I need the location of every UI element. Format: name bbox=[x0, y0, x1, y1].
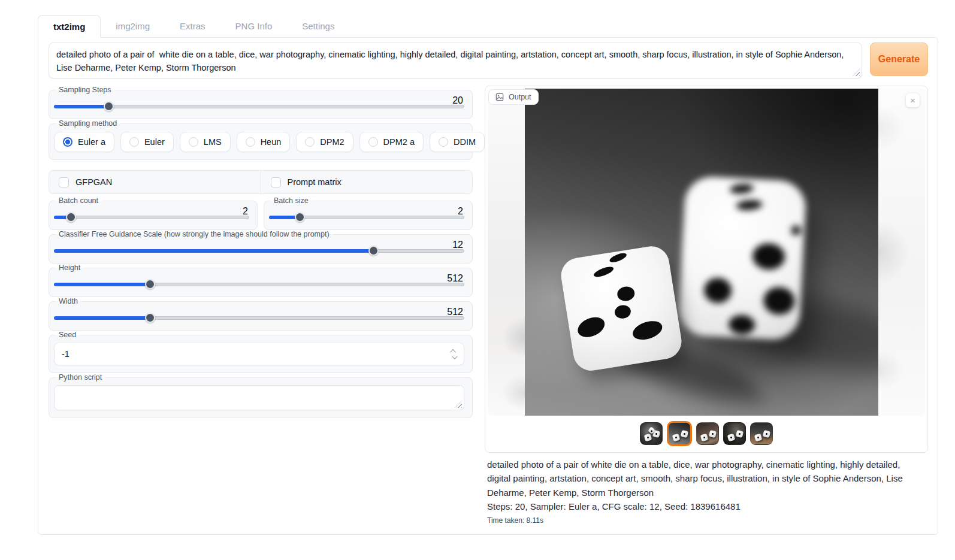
tab-png-info[interactable]: PNG Info bbox=[220, 15, 288, 37]
mini-die bbox=[681, 429, 688, 437]
caption-time-taken: Time taken: 8.11s bbox=[487, 516, 928, 525]
height-slider[interactable] bbox=[54, 279, 464, 289]
caption-prompt: detailed photo of a pair of white die on… bbox=[487, 458, 906, 500]
radio-icon[interactable] bbox=[368, 137, 378, 147]
app-window: txt2imgimg2imgExtrasPNG InfoSettings Gen… bbox=[38, 15, 938, 535]
mini-die bbox=[644, 433, 652, 441]
slider-fill bbox=[54, 283, 150, 286]
close-icon[interactable]: × bbox=[906, 93, 920, 107]
width-label: Width bbox=[55, 297, 81, 305]
gallery-left-edge bbox=[488, 89, 525, 416]
prompt-matrix-label: Prompt matrix bbox=[288, 177, 341, 187]
radio-icon[interactable] bbox=[63, 137, 72, 147]
checkbox-box[interactable] bbox=[271, 177, 281, 187]
tab-extras[interactable]: Extras bbox=[165, 15, 220, 37]
image-icon bbox=[495, 93, 504, 101]
python-script-group: Python script bbox=[49, 373, 473, 418]
batch-size-group: Batch size 2 bbox=[264, 196, 473, 230]
seed-field bbox=[54, 343, 464, 365]
sampler-option-label: Euler bbox=[144, 137, 165, 147]
sampler-option-label: Heun bbox=[261, 137, 282, 147]
python-script-input[interactable] bbox=[55, 386, 464, 408]
prompt-matrix-checkbox[interactable]: Prompt matrix bbox=[261, 171, 473, 193]
batch-size-slider[interactable] bbox=[269, 212, 464, 222]
thumbnail-generated-image-1[interactable] bbox=[640, 422, 663, 445]
seed-stepper[interactable] bbox=[447, 349, 464, 359]
sampling-method-group: Sampling method Euler aEulerLMSHeunDPM2D… bbox=[49, 119, 473, 160]
sampler-option-dpm2[interactable]: DPM2 bbox=[296, 132, 353, 152]
thumbnail-generated-image-2[interactable] bbox=[667, 421, 692, 446]
slider-handle[interactable] bbox=[145, 279, 155, 289]
cfg-scale-group: Classifier Free Guidance Scale (how stro… bbox=[49, 230, 473, 264]
sampler-option-label: DPM2 bbox=[320, 137, 344, 147]
radio-icon[interactable] bbox=[189, 137, 198, 147]
caption-params: Steps: 20, Sampler: Euler a, CFG scale: … bbox=[487, 500, 906, 513]
slider-track bbox=[54, 105, 464, 108]
seed-input[interactable] bbox=[55, 349, 447, 359]
sampling-method-label: Sampling method bbox=[55, 119, 120, 128]
thumbnail-generated-image-3[interactable] bbox=[696, 422, 719, 445]
sampler-option-euler[interactable]: Euler bbox=[120, 132, 174, 152]
tab-img2img[interactable]: img2img bbox=[101, 15, 165, 37]
mini-die bbox=[763, 429, 770, 437]
generate-button[interactable]: Generate bbox=[870, 43, 928, 76]
tab-settings[interactable]: Settings bbox=[287, 15, 349, 37]
output-panel-tab: Output bbox=[488, 89, 539, 105]
sampling-steps-label: Sampling Steps bbox=[55, 86, 115, 94]
python-script-label: Python script bbox=[55, 373, 105, 382]
slider-fill bbox=[54, 249, 374, 253]
width-slider[interactable] bbox=[54, 313, 464, 323]
mini-die bbox=[736, 429, 744, 437]
toggles-row: GFPGAN Prompt matrix bbox=[49, 170, 473, 194]
sampler-option-label: DDIM bbox=[454, 137, 476, 147]
batch-count-label: Batch count bbox=[55, 196, 102, 205]
sampler-option-heun[interactable]: Heun bbox=[237, 132, 291, 152]
batch-count-slider[interactable] bbox=[54, 212, 249, 222]
tab-bar: txt2imgimg2imgExtrasPNG InfoSettings bbox=[38, 15, 938, 37]
slider-handle[interactable] bbox=[145, 313, 155, 323]
mini-die bbox=[700, 433, 708, 441]
thumbnail-generated-image-4[interactable] bbox=[723, 422, 746, 445]
cfg-scale-slider[interactable] bbox=[54, 246, 464, 256]
height-label: Height bbox=[55, 264, 84, 272]
die-blurred bbox=[678, 175, 807, 341]
sampler-option-dpm2-a[interactable]: DPM2 a bbox=[359, 132, 424, 152]
sampler-option-label: LMS bbox=[204, 137, 222, 147]
seed-group: Seed bbox=[49, 331, 473, 373]
radio-icon[interactable] bbox=[305, 137, 315, 147]
output-column: Output × bbox=[485, 86, 928, 525]
slider-handle[interactable] bbox=[368, 246, 379, 256]
prompt-box bbox=[49, 43, 862, 78]
width-group: Width 512 bbox=[49, 297, 473, 331]
sampling-steps-slider[interactable] bbox=[54, 101, 464, 111]
output-panel-label: Output bbox=[509, 93, 531, 101]
sampler-option-ddim[interactable]: DDIM bbox=[430, 132, 485, 152]
sampler-option-label: DPM2 a bbox=[383, 137, 415, 147]
height-group: Height 512 bbox=[49, 264, 473, 297]
thumbnail-generated-image-5[interactable] bbox=[750, 422, 773, 445]
radio-icon[interactable] bbox=[246, 137, 255, 147]
output-panel: Output × bbox=[485, 86, 928, 453]
gfpgan-label: GFPGAN bbox=[75, 177, 112, 187]
slider-fill bbox=[54, 105, 109, 108]
settings-column: Sampling Steps 20 Sampling method Euler … bbox=[49, 86, 473, 418]
prompt-input[interactable] bbox=[49, 43, 862, 75]
sampler-option-lms[interactable]: LMS bbox=[180, 132, 231, 152]
slider-handle[interactable] bbox=[104, 101, 114, 111]
gallery-right-edge bbox=[878, 89, 925, 416]
slider-handle[interactable] bbox=[66, 212, 76, 222]
radio-icon[interactable] bbox=[129, 137, 139, 147]
checkbox-box[interactable] bbox=[59, 177, 69, 187]
radio-icon[interactable] bbox=[439, 137, 448, 147]
tab-txt2img[interactable]: txt2img bbox=[38, 15, 101, 38]
sampling-method-options: Euler aEulerLMSHeunDPM2DPM2 aDDIMPLMS bbox=[54, 132, 464, 152]
mini-die bbox=[727, 433, 735, 441]
mini-die bbox=[754, 433, 762, 441]
batch-count-group: Batch count 2 bbox=[49, 196, 258, 230]
sampling-steps-group: Sampling Steps 20 bbox=[49, 86, 473, 119]
sampler-option-euler-a[interactable]: Euler a bbox=[54, 132, 114, 152]
generated-image[interactable] bbox=[525, 89, 878, 416]
gfpgan-checkbox[interactable]: GFPGAN bbox=[49, 171, 261, 193]
slider-handle[interactable] bbox=[295, 212, 305, 222]
gallery-thumbnails bbox=[488, 416, 925, 451]
